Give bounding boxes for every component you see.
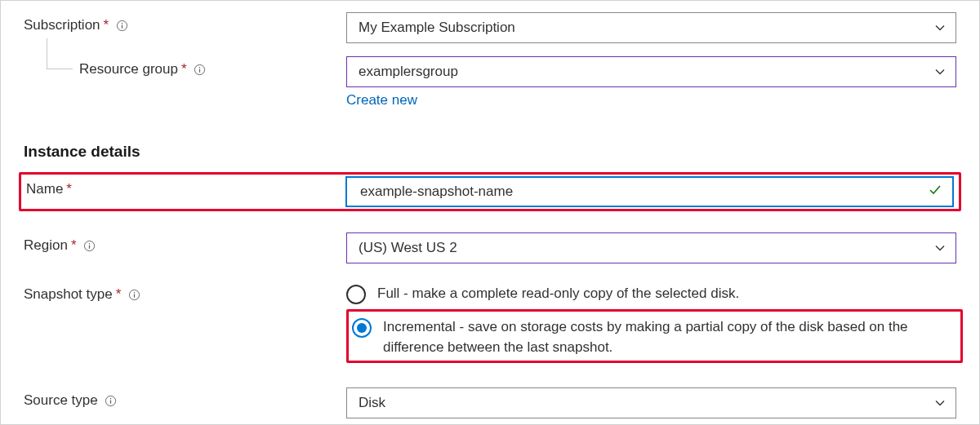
svg-point-7 bbox=[89, 242, 91, 244]
name-row: Name * bbox=[23, 176, 957, 207]
info-icon[interactable] bbox=[105, 394, 118, 407]
resource-group-label-col: Resource group * bbox=[24, 56, 346, 77]
required-asterisk: * bbox=[104, 17, 109, 33]
svg-point-4 bbox=[199, 66, 201, 68]
subscription-value: My Example Subscription bbox=[359, 20, 515, 36]
snapshot-type-radio-group: Full - make a complete read-only copy of… bbox=[346, 283, 956, 363]
subscription-label-col: Subscription * bbox=[24, 12, 346, 33]
name-label: Name bbox=[26, 181, 63, 197]
region-row: Region * (US) West US 2 bbox=[1, 232, 979, 263]
subscription-row: Subscription * My Example Subscription bbox=[1, 12, 979, 43]
resource-group-label: Resource group bbox=[79, 61, 178, 77]
svg-point-1 bbox=[121, 22, 122, 24]
source-type-row: Source type Disk bbox=[1, 387, 979, 418]
source-type-select[interactable]: Disk bbox=[346, 387, 956, 418]
radio-icon bbox=[352, 318, 372, 338]
chevron-down-icon bbox=[934, 66, 946, 77]
snapshot-type-label: Snapshot type bbox=[24, 286, 113, 303]
resource-group-row: Resource group * examplersgroup Create n… bbox=[1, 56, 979, 108]
chevron-down-icon bbox=[934, 397, 946, 409]
info-icon[interactable] bbox=[115, 19, 128, 32]
source-type-label: Source type bbox=[24, 392, 98, 409]
required-asterisk: * bbox=[116, 286, 122, 303]
radio-icon bbox=[346, 285, 366, 304]
checkmark-icon bbox=[928, 183, 942, 201]
create-snapshot-form: Subscription * My Example Subscription R… bbox=[0, 0, 980, 425]
snapshot-type-incremental-option[interactable]: Incremental - save on storage costs by m… bbox=[352, 317, 957, 357]
snapshot-type-row: Snapshot type * Full - make a complete r… bbox=[1, 283, 979, 363]
name-input[interactable] bbox=[359, 183, 920, 201]
tree-connector bbox=[47, 38, 73, 69]
source-type-label-col: Source type bbox=[24, 387, 346, 409]
subscription-label: Subscription bbox=[24, 17, 100, 33]
info-icon[interactable] bbox=[83, 239, 96, 252]
svg-point-10 bbox=[134, 291, 136, 293]
snapshot-incremental-highlight: Incremental - save on storage costs by m… bbox=[346, 309, 963, 363]
required-asterisk: * bbox=[181, 61, 187, 77]
subscription-select[interactable]: My Example Subscription bbox=[346, 12, 956, 43]
info-icon[interactable] bbox=[194, 63, 207, 76]
create-new-link[interactable]: Create new bbox=[346, 92, 417, 108]
required-asterisk: * bbox=[71, 237, 77, 254]
source-type-value: Disk bbox=[359, 395, 385, 411]
region-label-col: Region * bbox=[24, 232, 346, 254]
name-highlight: Name * bbox=[19, 172, 961, 211]
required-asterisk: * bbox=[66, 181, 72, 197]
region-value: (US) West US 2 bbox=[359, 240, 457, 256]
resource-group-value: examplersgroup bbox=[359, 64, 458, 80]
info-icon[interactable] bbox=[127, 288, 140, 301]
snapshot-type-full-option[interactable]: Full - make a complete read-only copy of… bbox=[346, 283, 956, 304]
snapshot-type-label-col: Snapshot type * bbox=[24, 283, 346, 303]
region-select[interactable]: (US) West US 2 bbox=[346, 232, 956, 263]
resource-group-select[interactable]: examplersgroup bbox=[346, 56, 956, 87]
chevron-down-icon bbox=[934, 242, 946, 254]
region-label: Region bbox=[24, 237, 68, 254]
snapshot-type-incremental-label: Incremental - save on storage costs by m… bbox=[383, 317, 957, 357]
snapshot-type-full-label: Full - make a complete read-only copy of… bbox=[377, 283, 739, 304]
name-label-col: Name * bbox=[26, 176, 345, 197]
instance-details-heading: Instance details bbox=[1, 143, 979, 161]
name-input-wrapper bbox=[345, 176, 954, 207]
svg-point-13 bbox=[110, 398, 112, 400]
chevron-down-icon bbox=[934, 22, 946, 33]
